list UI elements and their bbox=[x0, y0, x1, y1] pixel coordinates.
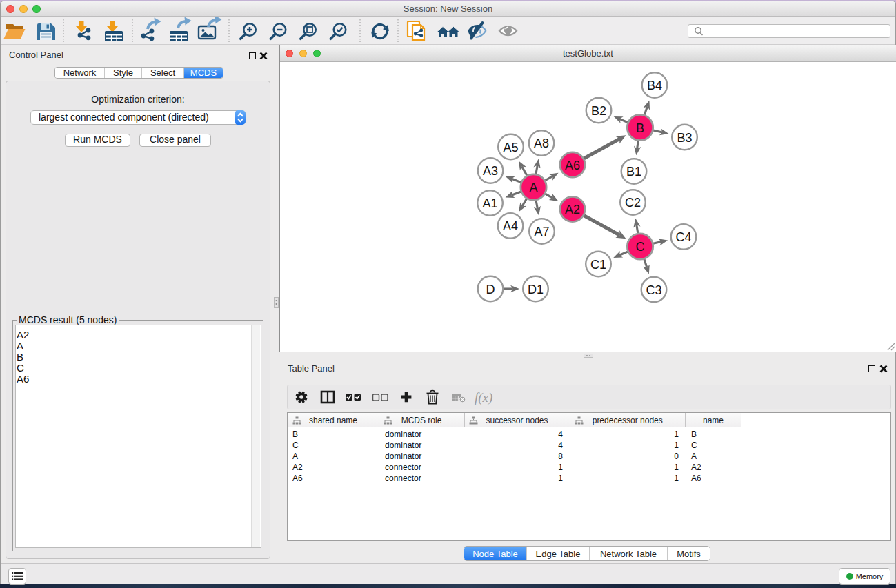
svg-text:B: B bbox=[636, 121, 644, 135]
svg-text:C2: C2 bbox=[625, 196, 641, 210]
svg-text:A5: A5 bbox=[503, 141, 518, 154]
svg-text:C: C bbox=[636, 240, 645, 254]
svg-text:D1: D1 bbox=[528, 283, 544, 296]
svg-text:A4: A4 bbox=[503, 219, 518, 233]
svg-text:A2: A2 bbox=[565, 203, 580, 216]
svg-text:A1: A1 bbox=[482, 196, 497, 210]
svg-text:B2: B2 bbox=[591, 104, 606, 118]
svg-text:C4: C4 bbox=[675, 230, 691, 244]
svg-text:f(x): f(x) bbox=[475, 390, 492, 405]
svg-text:A8: A8 bbox=[534, 136, 549, 150]
svg-text:A7: A7 bbox=[534, 225, 549, 239]
svg-text:B1: B1 bbox=[626, 165, 641, 179]
svg-text:A: A bbox=[529, 181, 537, 194]
svg-text:C3: C3 bbox=[646, 283, 661, 297]
svg-text:A3: A3 bbox=[483, 164, 498, 178]
svg-text:B3: B3 bbox=[677, 131, 692, 145]
svg-text:D: D bbox=[486, 283, 495, 296]
svg-text:A6: A6 bbox=[565, 159, 580, 172]
svg-text:C1: C1 bbox=[590, 258, 606, 272]
svg-text:B4: B4 bbox=[647, 79, 662, 92]
